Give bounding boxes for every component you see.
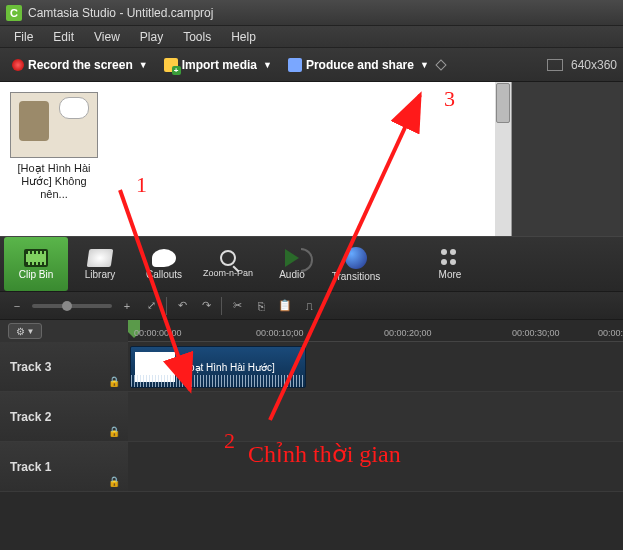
- titlebar: C Camtasia Studio - Untitled.camproj: [0, 0, 623, 26]
- menu-file[interactable]: File: [4, 30, 43, 44]
- redo-button[interactable]: ↷: [197, 298, 215, 314]
- ruler-mark: 00:00:20;00: [384, 328, 432, 338]
- tab-more[interactable]: More: [418, 237, 482, 291]
- lock-icon[interactable]: 🔒: [108, 376, 120, 387]
- track-controls-header: ⚙▼: [0, 320, 128, 342]
- track-body[interactable]: [Hoạt Hình Hài Hước]: [128, 342, 623, 391]
- record-icon: [12, 59, 24, 71]
- media-item[interactable]: [Hoạt Hình Hài Hước] Không nên...: [10, 92, 98, 202]
- scrollbar[interactable]: [495, 82, 511, 236]
- timeline-header: ⚙▼ 00:00:00;00 00:00:10;00 00:00:20;00 0…: [0, 320, 623, 342]
- timeline-toolbar: − + ⤢ ↶ ↷ ✂ ⎘ 📋 ⎍: [0, 292, 623, 320]
- zoom-icon: [220, 250, 236, 266]
- tab-audio[interactable]: Audio: [260, 237, 324, 291]
- import-icon: [164, 58, 178, 72]
- library-icon: [87, 249, 114, 267]
- clipbin-icon: [24, 249, 48, 267]
- separator: [166, 297, 167, 315]
- tab-label: Callouts: [146, 269, 182, 280]
- window-title: Camtasia Studio - Untitled.camproj: [28, 6, 213, 20]
- track-body[interactable]: [128, 392, 623, 441]
- menu-tools[interactable]: Tools: [173, 30, 221, 44]
- zoom-fit-button[interactable]: ⤢: [142, 298, 160, 314]
- clip-label: [Hoạt Hình Hài Hước]: [179, 362, 275, 373]
- tab-label: Library: [85, 269, 116, 280]
- paste-button[interactable]: 📋: [276, 298, 294, 314]
- separator: [221, 297, 222, 315]
- zoom-in-button[interactable]: +: [118, 298, 136, 314]
- tab-library[interactable]: Library: [68, 237, 132, 291]
- preview-dimensions: 640x360: [571, 58, 617, 72]
- diamond-icon: [435, 59, 446, 70]
- dropdown-icon: ▼: [420, 60, 429, 70]
- ruler-mark: 00:00:: [598, 328, 623, 338]
- dropdown-icon: ▼: [263, 60, 272, 70]
- ruler-mark: 00:00:10;00: [256, 328, 304, 338]
- import-media-button[interactable]: Import media ▼: [158, 55, 278, 75]
- timeline-tracks: Track 3 🔒 [Hoạt Hình Hài Hước] Track 2 🔒…: [0, 342, 623, 492]
- clip-waveform: [131, 375, 305, 387]
- tab-label: Zoom-n-Pan: [203, 268, 253, 278]
- timeline-clip[interactable]: [Hoạt Hình Hài Hước]: [130, 346, 306, 388]
- tab-clipbin[interactable]: Clip Bin: [4, 237, 68, 291]
- timeline-ruler[interactable]: 00:00:00;00 00:00:10;00 00:00:20;00 00:0…: [128, 320, 623, 342]
- audio-icon: [285, 249, 299, 267]
- menubar: File Edit View Play Tools Help: [0, 26, 623, 48]
- lock-icon[interactable]: 🔒: [108, 476, 120, 487]
- record-screen-button[interactable]: Record the screen ▼: [6, 55, 154, 75]
- app-logo-icon: C: [6, 5, 22, 21]
- ruler-mark: 00:00:30;00: [512, 328, 560, 338]
- scroll-thumb[interactable]: [496, 83, 510, 123]
- track-3: Track 3 🔒 [Hoạt Hình Hài Hước]: [0, 342, 623, 392]
- tab-label: Transitions: [332, 271, 381, 282]
- undo-button[interactable]: ↶: [173, 298, 191, 314]
- menu-view[interactable]: View: [84, 30, 130, 44]
- produce-icon: [288, 58, 302, 72]
- callouts-icon: [152, 249, 176, 267]
- track-header[interactable]: Track 2 🔒: [0, 392, 128, 441]
- ruler-mark: 00:00:00;00: [134, 328, 182, 338]
- tab-label: Clip Bin: [19, 269, 53, 280]
- preview-size-icon[interactable]: [547, 59, 563, 71]
- clipbin-panel: [Hoạt Hình Hài Hước] Không nên...: [0, 82, 512, 236]
- produce-share-button[interactable]: Produce and share ▼: [282, 55, 451, 75]
- dropdown-icon: ▼: [139, 60, 148, 70]
- track-2: Track 2 🔒: [0, 392, 623, 442]
- produce-label: Produce and share: [306, 58, 414, 72]
- menu-help[interactable]: Help: [221, 30, 266, 44]
- split-button[interactable]: ⎍: [300, 298, 318, 314]
- tab-transitions[interactable]: Transitions: [324, 237, 388, 291]
- transitions-icon: [345, 247, 367, 269]
- media-label: [Hoạt Hình Hài Hước] Không nên...: [10, 162, 98, 202]
- media-thumbnail: [10, 92, 98, 158]
- track-label: Track 2: [10, 410, 51, 424]
- tab-label: More: [439, 269, 462, 280]
- track-1: Track 1 🔒: [0, 442, 623, 492]
- cut-button[interactable]: ✂: [228, 298, 246, 314]
- track-label: Track 1: [10, 460, 51, 474]
- track-label: Track 3: [10, 360, 51, 374]
- track-header[interactable]: Track 3 🔒: [0, 342, 128, 391]
- copy-button[interactable]: ⎘: [252, 298, 270, 314]
- import-label: Import media: [182, 58, 257, 72]
- tab-zoom-pan[interactable]: Zoom-n-Pan: [196, 237, 260, 291]
- more-icon: [441, 249, 459, 267]
- preview-pane: [512, 82, 623, 236]
- tab-callouts[interactable]: Callouts: [132, 237, 196, 291]
- track-body[interactable]: [128, 442, 623, 491]
- menu-edit[interactable]: Edit: [43, 30, 84, 44]
- actionbar: Record the screen ▼ Import media ▼ Produ…: [0, 48, 623, 82]
- zoom-out-button[interactable]: −: [8, 298, 26, 314]
- tool-tabs: Clip Bin Library Callouts Zoom-n-Pan Aud…: [0, 236, 623, 292]
- zoom-slider[interactable]: [32, 304, 112, 308]
- track-header[interactable]: Track 1 🔒: [0, 442, 128, 491]
- record-label: Record the screen: [28, 58, 133, 72]
- lock-icon[interactable]: 🔒: [108, 426, 120, 437]
- menu-play[interactable]: Play: [130, 30, 173, 44]
- right-tools: 640x360: [547, 58, 617, 72]
- workspace: [Hoạt Hình Hài Hước] Không nên...: [0, 82, 623, 236]
- track-settings-button[interactable]: ⚙▼: [8, 323, 42, 339]
